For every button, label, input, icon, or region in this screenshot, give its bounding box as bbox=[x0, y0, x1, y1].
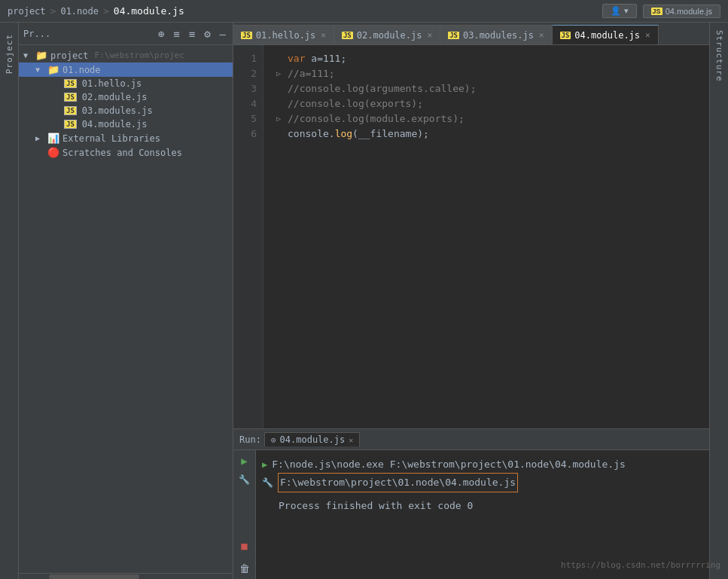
list-icon[interactable]: ≡ bbox=[171, 26, 181, 41]
bottom-tab-bar: Run: ⊙ 04.module.js ✕ bbox=[233, 429, 709, 450]
tab-close-02module[interactable]: ✕ bbox=[428, 30, 433, 40]
fn-log: log bbox=[335, 126, 352, 142]
tree-label-04module: 04.module.js bbox=[82, 119, 148, 130]
tab-js-icon-04module: JS bbox=[560, 32, 571, 39]
arrow-01node: ▼ bbox=[35, 66, 44, 74]
tree-item-external-libs[interactable]: ▶ 📊 External Libraries bbox=[19, 131, 233, 145]
left-sidebar-strip: Project bbox=[0, 23, 19, 579]
tree-label-02module: 02.module.js bbox=[82, 92, 148, 102]
comment-5: //console.log(module.exports); bbox=[288, 111, 465, 126]
tab-js-icon-03modules: JS bbox=[448, 32, 459, 39]
code-line-1: var a=111; bbox=[273, 51, 700, 66]
tree-label-project: project bbox=[50, 50, 89, 61]
gutter-3 bbox=[273, 81, 285, 96]
tab-label-03modules: 03.modules.js bbox=[463, 30, 534, 41]
bottom-tab-close[interactable]: ✕ bbox=[349, 436, 353, 444]
user-button[interactable]: 👤 ▾ bbox=[602, 4, 637, 18]
project-panel: Pr... ⊕ ≡ ≡ ⚙ — ▼ 📁 project F:\webstrom\… bbox=[19, 23, 233, 579]
process-finished-line: Process finished with exit code 0 bbox=[262, 500, 703, 511]
user-dropdown: ▾ bbox=[624, 6, 629, 16]
project-tree: ▼ 📁 project F:\webstrom\projec ▼ 📁 01.no… bbox=[19, 45, 233, 573]
op-paren-open: ( bbox=[352, 126, 358, 142]
bottom-panel: Run: ⊙ 04.module.js ✕ ▶ 🔧 ■ 🗑 ▶ bbox=[233, 428, 709, 579]
run-play-icon[interactable]: ▶ bbox=[239, 453, 248, 468]
tree-item-scratches[interactable]: ▶ 🔴 Scratches and Consoles bbox=[19, 145, 233, 160]
gutter-5: ▷ bbox=[273, 111, 285, 126]
code-line-2: ▷ //a=111; bbox=[273, 66, 700, 81]
wrench-icon: 🔧 bbox=[262, 474, 273, 491]
lib-icon: 📊 bbox=[47, 133, 59, 144]
right-sidebar-strip: Structure bbox=[709, 23, 728, 579]
panel-toolbar: Pr... ⊕ ≡ ≡ ⚙ — bbox=[19, 23, 233, 45]
project-scrollbar[interactable] bbox=[19, 573, 233, 579]
code-line-3: //console.log(arguments.callee); bbox=[273, 81, 700, 96]
js-icon-04module: JS bbox=[64, 120, 77, 129]
breadcrumb-node: 01.node bbox=[60, 6, 99, 17]
run-cmd-line: ▶ F:\node.js\node.exe F:\webstrom\projec… bbox=[262, 456, 703, 473]
settings-icon[interactable]: ⚙ bbox=[202, 26, 212, 41]
code-content[interactable]: var a=111; ▷ //a=111; //console.log(argu… bbox=[263, 45, 709, 428]
tree-item-02module[interactable]: ▶ JS 02.module.js bbox=[19, 90, 233, 104]
line-numbers: 1 2 3 4 5 6 bbox=[233, 45, 263, 428]
tab-02module[interactable]: JS 02.module.js ✕ bbox=[334, 25, 440, 44]
blank-line bbox=[262, 492, 703, 500]
keyword-var: var bbox=[288, 51, 305, 66]
scratches-icon: 🔴 bbox=[47, 147, 59, 158]
breadcrumb-sep2: > bbox=[103, 5, 109, 17]
tree-label-03modules: 03.modules.js bbox=[82, 105, 153, 116]
code-line-5: ▷ //console.log(module.exports); bbox=[273, 111, 700, 126]
active-file-button[interactable]: JS 04.module.js bbox=[643, 5, 720, 18]
run-trash-icon[interactable]: 🗑 bbox=[238, 561, 251, 576]
builtin-console: console bbox=[288, 126, 329, 142]
project-sidebar-label: Project bbox=[5, 34, 14, 74]
tree-label-01hello: 01.hello.js bbox=[82, 78, 142, 89]
folder-icon-01node: 📁 bbox=[47, 64, 59, 75]
cmd-text: F:\node.js\node.exe F:\webstrom\project\… bbox=[272, 456, 626, 473]
watermark: https://blog.csdn.net/borrrrring bbox=[561, 560, 720, 570]
tree-item-04module[interactable]: ▶ JS 04.module.js bbox=[19, 117, 233, 131]
code-line-4: //console.log(exports); bbox=[273, 96, 700, 111]
title-bar: project > 01.node > 04.module.js 👤 ▾ JS … bbox=[0, 0, 728, 23]
tree-item-project[interactable]: ▼ 📁 project F:\webstrom\projec bbox=[19, 48, 233, 62]
tab-js-icon-02module: JS bbox=[342, 32, 353, 39]
tab-close-03modules[interactable]: ✕ bbox=[539, 30, 544, 40]
arrow-project: ▼ bbox=[23, 51, 32, 59]
tree-label-external-libs: External Libraries bbox=[62, 133, 160, 144]
tab-01hello[interactable]: JS 01.hello.js ✕ bbox=[233, 25, 334, 44]
op-dot: . bbox=[329, 126, 335, 142]
structure-label: Structure bbox=[714, 30, 724, 82]
tab-close-04module[interactable]: ✕ bbox=[645, 30, 650, 40]
user-icon: 👤 bbox=[611, 6, 621, 16]
tree-item-03modules[interactable]: ▶ JS 03.modules.js bbox=[19, 104, 233, 117]
code-line-6: console.log(__filename); bbox=[273, 126, 700, 142]
tab-bar: JS 01.hello.js ✕ JS 02.module.js ✕ JS 03… bbox=[233, 23, 709, 45]
run-output-line: 🔧 F:\webstrom\project\01.node\04.module.… bbox=[262, 473, 703, 492]
js-icon-03modules: JS bbox=[64, 106, 77, 115]
panel-title: Pr... bbox=[23, 29, 50, 39]
tab-js-icon-01hello: JS bbox=[241, 32, 252, 39]
special-filename: __filename bbox=[358, 126, 417, 142]
gutter-2: ▷ bbox=[273, 66, 285, 81]
comment-3: //console.log(arguments.callee); bbox=[288, 81, 476, 96]
tree-label-01node: 01.node bbox=[62, 65, 101, 75]
run-wrench-icon[interactable]: 🔧 bbox=[237, 473, 251, 486]
tab-04module[interactable]: JS 04.module.js ✕ bbox=[553, 25, 659, 44]
tree-item-01node[interactable]: ▼ 📁 01.node bbox=[19, 62, 233, 77]
active-file-label: 04.module.js bbox=[666, 7, 712, 16]
tab-label-02module: 02.module.js bbox=[357, 30, 422, 41]
run-stop-icon[interactable]: ■ bbox=[239, 538, 248, 553]
tab-label-04module: 04.module.js bbox=[574, 30, 640, 41]
minimize-icon[interactable]: — bbox=[218, 26, 228, 41]
tab-03modules[interactable]: JS 03.modules.js ✕ bbox=[440, 25, 552, 44]
sort-icon[interactable]: ≡ bbox=[187, 26, 197, 41]
arrow-external-libs: ▶ bbox=[35, 134, 44, 142]
tab-close-01hello[interactable]: ✕ bbox=[321, 30, 326, 40]
js-badge: JS bbox=[651, 8, 663, 15]
js-icon-02module: JS bbox=[64, 93, 77, 102]
add-icon[interactable]: ⊕ bbox=[156, 26, 166, 41]
tab-label-01hello: 01.hello.js bbox=[256, 30, 315, 41]
tree-item-01hello[interactable]: ▶ JS 01.hello.js bbox=[19, 77, 233, 90]
bottom-tab-04module[interactable]: ⊙ 04.module.js ✕ bbox=[264, 432, 360, 446]
run-toolbar: ▶ 🔧 ■ 🗑 bbox=[233, 450, 256, 579]
breadcrumb-file: 04.module.js bbox=[114, 5, 184, 17]
